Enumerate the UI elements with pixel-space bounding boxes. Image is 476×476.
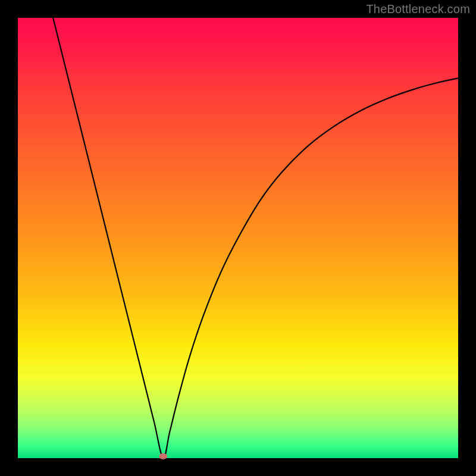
bottleneck-curve xyxy=(18,18,458,458)
curve-line xyxy=(53,18,458,458)
chart-frame: TheBottleneck.com xyxy=(0,0,476,476)
watermark-text: TheBottleneck.com xyxy=(366,2,470,16)
minimum-marker xyxy=(159,453,167,459)
